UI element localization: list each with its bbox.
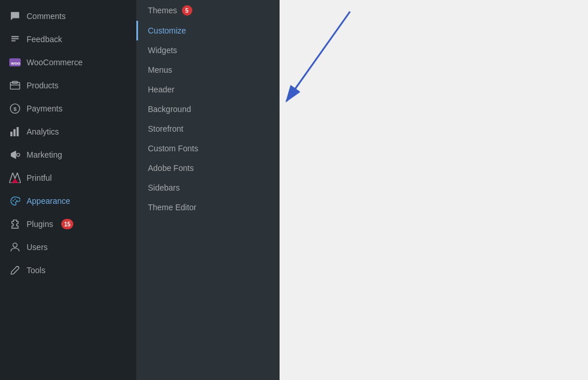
submenu-item-label: Widgets <box>148 46 177 55</box>
submenu-item-label: Adobe Fonts <box>148 163 193 173</box>
woocommerce-icon: woo <box>9 57 21 68</box>
themes-badge: 5 <box>182 5 192 16</box>
sidebar-item-label: Feedback <box>27 35 62 44</box>
sidebar-item-label: WooCommerce <box>27 58 83 67</box>
analytics-icon <box>9 126 21 137</box>
submenu-item-label: Sidebars <box>148 183 180 192</box>
submenu-item-storefront[interactable]: Storefront <box>136 119 280 139</box>
submenu-item-label: Customize <box>148 26 186 35</box>
submenu-item-label: Menus <box>148 65 172 74</box>
sidebar-item-analytics[interactable]: Analytics <box>0 120 136 143</box>
submenu-item-adobe-fonts[interactable]: Adobe Fonts <box>136 158 280 178</box>
sidebar-item-plugins[interactable]: Plugins 15 <box>0 213 136 236</box>
svg-rect-7 <box>10 132 13 136</box>
submenu-item-theme-editor[interactable]: Theme Editor <box>136 198 280 217</box>
sidebar-item-label: Printful <box>27 173 52 182</box>
svg-point-13 <box>13 200 14 201</box>
svg-text:$: $ <box>13 106 17 112</box>
submenu-item-widgets[interactable]: Widgets <box>136 40 280 60</box>
svg-marker-12 <box>12 178 18 183</box>
svg-rect-8 <box>13 129 16 137</box>
submenu-item-header[interactable]: Header <box>136 80 280 99</box>
sidebar-item-label: Analytics <box>27 127 59 136</box>
appearance-submenu: Themes 5 Customize Widgets Menus Header … <box>136 0 280 380</box>
marketing-icon <box>9 149 21 161</box>
svg-rect-9 <box>17 127 19 136</box>
plugins-icon <box>9 218 21 230</box>
submenu-item-custom-fonts[interactable]: Custom Fonts <box>136 139 280 158</box>
sidebar-item-label: Plugins <box>27 219 53 229</box>
svg-text:woo: woo <box>10 61 20 66</box>
submenu-item-label: Theme Editor <box>148 203 196 212</box>
sidebar-item-label: Tools <box>27 266 46 275</box>
plugins-badge: 15 <box>61 219 73 229</box>
submenu-item-label: Header <box>148 85 174 94</box>
submenu-item-background[interactable]: Background <box>136 99 280 119</box>
submenu-item-customize[interactable]: Customize <box>136 21 280 40</box>
payments-icon: $ <box>9 103 21 114</box>
sidebar-item-comments[interactable]: Comments <box>0 5 136 28</box>
submenu-item-label: Custom Fonts <box>148 144 198 153</box>
users-icon <box>9 241 21 253</box>
svg-point-10 <box>17 153 20 156</box>
sidebar-item-users[interactable]: Users <box>0 236 136 259</box>
sidebar-item-woocommerce[interactable]: woo WooCommerce <box>0 51 136 74</box>
sidebar-item-printful[interactable]: Printful <box>0 166 136 189</box>
printful-icon <box>9 172 21 184</box>
svg-point-16 <box>13 243 17 247</box>
products-icon <box>9 80 21 91</box>
appearance-icon <box>9 195 21 207</box>
svg-point-14 <box>14 199 16 200</box>
submenu-item-label: Background <box>148 105 191 114</box>
sidebar-item-label: Marketing <box>27 150 62 159</box>
sidebar-item-feedback[interactable]: Feedback <box>0 28 136 51</box>
sidebar-item-marketing[interactable]: Marketing <box>0 143 136 166</box>
sidebar: Comments Feedback woo WooCommerce <box>0 0 136 380</box>
sidebar-item-label: Appearance <box>27 196 70 206</box>
sidebar-item-label: Comments <box>27 12 66 21</box>
comments-icon <box>9 10 21 22</box>
sidebar-item-tools[interactable]: Tools <box>0 259 136 282</box>
sidebar-item-appearance[interactable]: Appearance <box>0 189 136 213</box>
sidebar-item-label: Products <box>27 81 58 90</box>
feedback-icon <box>9 33 21 45</box>
svg-point-15 <box>16 200 17 201</box>
sidebar-item-label: Payments <box>27 104 62 113</box>
sidebar-item-payments[interactable]: $ Payments <box>0 97 136 120</box>
tools-icon <box>9 264 21 276</box>
submenu-item-sidebars[interactable]: Sidebars <box>136 178 280 198</box>
submenu-item-label: Themes <box>148 6 177 15</box>
sidebar-item-products[interactable]: Products <box>0 74 136 97</box>
sidebar-item-label: Users <box>27 243 48 252</box>
submenu-item-menus[interactable]: Menus <box>136 60 280 80</box>
submenu-item-label: Storefront <box>148 124 183 133</box>
submenu-item-themes[interactable]: Themes 5 <box>136 0 280 21</box>
